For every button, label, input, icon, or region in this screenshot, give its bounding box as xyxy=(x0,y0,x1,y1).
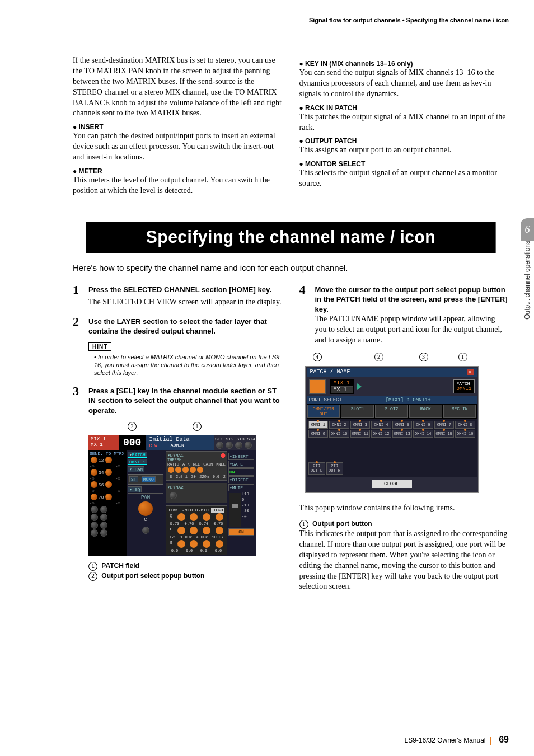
hint-label: HINT xyxy=(88,342,111,351)
omni-port-button[interactable]: OMNI 6 xyxy=(413,421,433,429)
running-header: Signal flow for output channels • Specif… xyxy=(73,17,509,27)
omni-port-button[interactable]: OMNI 9 xyxy=(308,430,329,438)
chapter-number: 6 xyxy=(521,218,534,241)
item1-body: This indicates the output port that is a… xyxy=(299,529,509,592)
meter-head: METER xyxy=(73,167,283,175)
item1-heading: 1 Output port button xyxy=(299,519,509,529)
rackin-body: This patches the output signal of a MIX … xyxy=(299,112,509,133)
step2-title: Use the LAYER section to select the fade… xyxy=(88,314,283,336)
rackin-head: RACK IN PATCH xyxy=(299,104,509,112)
side-tab: 6 Output channel operations xyxy=(521,218,534,381)
chapter-label: Output channel operations xyxy=(523,241,531,324)
step1-title: Press the SELECTED CHANNEL section [HOME… xyxy=(88,283,271,295)
matrix-paragraph: If the send-destination MATRIX bus is se… xyxy=(73,55,283,119)
step-number: 2 xyxy=(73,314,84,329)
step-number: 4 xyxy=(299,283,311,297)
omni-port-button[interactable]: OMNI 15 xyxy=(434,430,455,438)
insert-body: You can patch the desired output/input p… xyxy=(73,131,283,163)
patch-button[interactable]: ▾PATCH xyxy=(128,452,147,458)
tab-rack[interactable]: RACK xyxy=(409,405,442,418)
tab-omni[interactable]: OMNI/2TR OUT xyxy=(307,405,340,418)
mono-button[interactable]: MONO xyxy=(142,476,156,482)
close-button[interactable]: CLOSE xyxy=(372,480,412,488)
page-footer: LS9-16/32 Owner's Manual 69 xyxy=(404,735,509,745)
section-intro: Here's how to specify the channel name a… xyxy=(73,263,509,273)
omni-port-button[interactable]: OMNI 2 xyxy=(329,421,349,429)
selected-ch-view-screenshot: MIX 1 MX 1 000 Initial Data R_W ADMIN ST… xyxy=(88,435,256,556)
step-number: 3 xyxy=(73,384,84,398)
figure-callout-row: 2 1 xyxy=(88,422,283,431)
outpatch-head: OUTPUT PATCH xyxy=(299,137,509,145)
scene-counter: 000 xyxy=(119,435,146,450)
popup-description: This popup window contains the following… xyxy=(299,503,509,514)
omni-port-button[interactable]: OMNI 8 xyxy=(455,421,475,429)
tab-slot2[interactable]: SLOT2 xyxy=(375,405,408,418)
2tr-out-button[interactable]: 2TR OUT R xyxy=(326,462,343,475)
tab-recin[interactable]: REC IN xyxy=(443,405,476,418)
step-number: 1 xyxy=(73,283,84,297)
pan-section: ▾ PAN xyxy=(128,466,144,472)
scene-name: Initial Data R_W ADMIN xyxy=(146,435,214,450)
omni-port-button[interactable]: OMNI 10 xyxy=(329,430,349,438)
omni-port-button[interactable]: OMNI 12 xyxy=(371,430,391,438)
omni-port-button[interactable]: OMNI 7 xyxy=(434,421,455,429)
section-banner: Specifying the channel name / icon xyxy=(86,222,495,253)
omni-port-button[interactable]: OMNI 1 xyxy=(308,421,329,429)
close-icon[interactable]: ✕ xyxy=(467,369,474,375)
channel-fader[interactable] xyxy=(229,493,241,527)
insert-head: INSERT xyxy=(73,123,283,131)
omni-port-button[interactable]: OMNI 13 xyxy=(392,430,413,438)
output-port-button[interactable]: PATCH OMNI1 xyxy=(453,379,474,393)
st-button[interactable]: ST xyxy=(129,476,138,482)
keyin-head: KEY IN (MIX channels 13–16 only) xyxy=(299,60,509,68)
callout-output-port-popup: 2 Output port select popup button xyxy=(88,572,283,581)
step4-title: Move the cursor to the output port selec… xyxy=(315,283,509,314)
keyin-body: You can send the output signals of MIX c… xyxy=(299,68,509,100)
tab-slot1[interactable]: SLOT1 xyxy=(341,405,374,418)
monsel-body: This selects the output signal of an out… xyxy=(299,168,509,189)
step3-title: Press a [SEL] key in the channel module … xyxy=(88,384,283,416)
eq-toggle[interactable] xyxy=(142,527,149,534)
2tr-out-button[interactable]: 2TR OUT L xyxy=(308,462,325,475)
omni-port-button[interactable]: OMNI 4 xyxy=(371,421,391,429)
omni-port-button[interactable]: OMNI 11 xyxy=(350,430,371,438)
eq-section: ▾ EQ xyxy=(128,486,142,492)
mix-channel-label: MIX 1 MX 1 xyxy=(88,435,119,450)
callout-patch-field: 1 PATCH field xyxy=(88,562,283,571)
omni-port-button[interactable]: OMNI 14 xyxy=(413,430,433,438)
hint-text: • In order to select a MATRIX channel or… xyxy=(94,353,283,377)
outpatch-body: This assigns an output port to an output… xyxy=(299,145,509,156)
arrow-right-icon[interactable] xyxy=(357,383,362,390)
name-display-top: MIX 1 xyxy=(331,380,353,387)
step1-body: The SELECTED CH VIEW screen will appear … xyxy=(88,297,283,308)
pan-knob[interactable] xyxy=(138,501,153,516)
step4-body: The PATCH/NAME popup window will appear,… xyxy=(315,314,509,346)
patch-name-popup-screenshot: PATCH / NAME ✕ MIX 1 MX 1 PATCH OMNI1 xyxy=(305,366,479,493)
name-edit-field[interactable]: MX 1 xyxy=(331,387,353,393)
omni-port-button[interactable]: OMNI 5 xyxy=(392,421,413,429)
omni-port-button[interactable]: OMNI 16 xyxy=(455,430,475,438)
monsel-head: MONITOR SELECT xyxy=(299,160,509,168)
omni-button[interactable]: OMNI 1 xyxy=(128,459,147,465)
omni-port-button[interactable]: OMNI 3 xyxy=(350,421,371,429)
meter-body: This meters the level of the output chan… xyxy=(73,175,283,196)
channel-icon[interactable] xyxy=(309,379,326,394)
